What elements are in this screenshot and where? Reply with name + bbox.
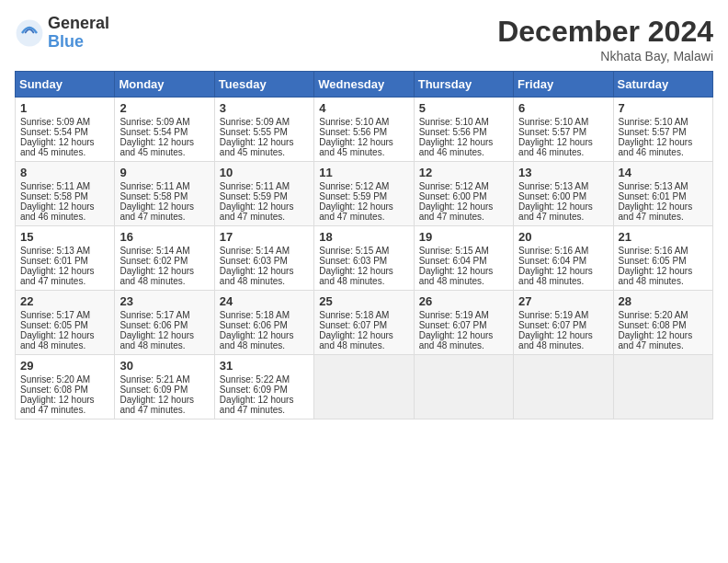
day-number: 25 (319, 294, 408, 308)
day-info-line: and 48 minutes. (518, 276, 608, 286)
day-info-line: and 47 minutes. (419, 212, 508, 222)
day-info-line: Sunrise: 5:21 AM (119, 374, 209, 385)
day-info-line: Daylight: 12 hours (119, 330, 209, 340)
day-number: 22 (20, 294, 109, 308)
day-info-line: Sunset: 6:00 PM (518, 191, 608, 201)
calendar-cell: 16Sunrise: 5:14 AMSunset: 6:02 PMDayligh… (115, 226, 214, 291)
day-info-line: Sunrise: 5:20 AM (20, 374, 109, 385)
day-number: 3 (220, 101, 309, 115)
day-info-line: Sunset: 6:03 PM (220, 256, 309, 266)
header-thursday: Thursday (414, 72, 513, 98)
day-info-line: and 48 minutes. (419, 276, 508, 286)
calendar-cell (514, 355, 613, 419)
day-number: 15 (20, 230, 109, 244)
calendar-cell: 28Sunrise: 5:20 AMSunset: 6:08 PMDayligh… (613, 291, 712, 355)
day-info-line: Sunrise: 5:18 AM (319, 310, 408, 320)
day-info-line: Sunrise: 5:15 AM (419, 246, 508, 256)
day-info-line: and 46 minutes. (619, 147, 708, 157)
calendar-cell: 7Sunrise: 5:10 AMSunset: 5:57 PMDaylight… (613, 98, 712, 162)
day-info-line: Sunset: 5:59 PM (319, 191, 408, 201)
header-sunday: Sunday (16, 72, 115, 98)
day-info-line: and 48 minutes. (518, 340, 608, 350)
day-info-line: Sunrise: 5:17 AM (20, 310, 109, 320)
day-info-line: Sunset: 5:57 PM (518, 127, 608, 137)
day-number: 21 (619, 230, 708, 244)
day-info-line: Sunrise: 5:22 AM (220, 374, 309, 385)
day-info-line: and 47 minutes. (518, 212, 608, 222)
day-info-line: Sunset: 6:09 PM (119, 385, 209, 395)
day-number: 30 (119, 359, 209, 373)
day-info-line: Daylight: 12 hours (518, 330, 608, 340)
day-info-line: and 45 minutes. (220, 147, 309, 157)
day-number: 14 (619, 166, 708, 179)
calendar-cell: 23Sunrise: 5:17 AMSunset: 6:06 PMDayligh… (115, 291, 214, 355)
day-info-line: Sunrise: 5:17 AM (119, 310, 209, 320)
day-number: 8 (20, 166, 109, 179)
day-info-line: Daylight: 12 hours (119, 201, 209, 212)
day-info-line: Sunrise: 5:19 AM (419, 310, 508, 320)
day-info-line: Sunset: 5:54 PM (119, 127, 209, 137)
page-header: General Blue December 2024 Nkhata Bay, M… (15, 15, 713, 63)
day-info-line: Daylight: 12 hours (319, 137, 408, 147)
day-number: 26 (419, 294, 508, 308)
day-info-line: and 48 minutes. (319, 340, 408, 350)
day-info-line: Daylight: 12 hours (220, 330, 309, 340)
header-tuesday: Tuesday (214, 72, 313, 98)
day-number: 19 (419, 230, 508, 244)
day-info-line: Daylight: 12 hours (319, 201, 408, 212)
calendar-cell: 6Sunrise: 5:10 AMSunset: 5:57 PMDaylight… (514, 98, 613, 162)
calendar-cell: 26Sunrise: 5:19 AMSunset: 6:07 PMDayligh… (414, 291, 513, 355)
calendar-cell: 9Sunrise: 5:11 AMSunset: 5:58 PMDaylight… (115, 162, 214, 226)
calendar-cell: 25Sunrise: 5:18 AMSunset: 6:07 PMDayligh… (314, 291, 414, 355)
logo-general: General (48, 15, 109, 33)
day-info-line: and 48 minutes. (319, 276, 408, 286)
day-info-line: Sunset: 6:02 PM (119, 256, 209, 266)
logo-blue: Blue (48, 33, 109, 52)
day-info-line: Sunrise: 5:18 AM (220, 310, 309, 320)
day-info-line: Sunset: 6:00 PM (419, 191, 508, 201)
day-info-line: and 48 minutes. (119, 340, 209, 350)
day-info-line: Sunset: 6:05 PM (619, 256, 708, 266)
calendar-week-4: 22Sunrise: 5:17 AMSunset: 6:05 PMDayligh… (16, 291, 713, 355)
day-info-line: Daylight: 12 hours (20, 137, 109, 147)
day-info-line: Sunset: 6:06 PM (119, 320, 209, 330)
day-info-line: Daylight: 12 hours (220, 201, 309, 212)
day-number: 13 (518, 166, 608, 179)
day-info-line: Sunset: 6:04 PM (518, 256, 608, 266)
day-info-line: Sunset: 5:57 PM (619, 127, 708, 137)
day-info-line: and 48 minutes. (419, 340, 508, 350)
day-info-line: and 45 minutes. (20, 147, 109, 157)
day-info-line: and 47 minutes. (220, 405, 309, 415)
day-info-line: Sunrise: 5:09 AM (119, 117, 209, 127)
calendar-week-5: 29Sunrise: 5:20 AMSunset: 6:08 PMDayligh… (16, 355, 713, 419)
day-number: 31 (220, 359, 309, 373)
calendar-cell: 17Sunrise: 5:14 AMSunset: 6:03 PMDayligh… (214, 226, 313, 291)
day-info-line: and 48 minutes. (220, 340, 309, 350)
day-info-line: Sunset: 5:58 PM (119, 191, 209, 201)
calendar-cell (613, 355, 712, 419)
header-wednesday: Wednesday (314, 72, 414, 98)
day-info-line: Sunrise: 5:11 AM (119, 181, 209, 191)
day-number: 20 (518, 230, 608, 244)
header-monday: Monday (115, 72, 214, 98)
day-info-line: Sunrise: 5:16 AM (518, 246, 608, 256)
calendar-header-row: SundayMondayTuesdayWednesdayThursdayFrid… (16, 72, 713, 98)
day-info-line: Sunset: 5:56 PM (419, 127, 508, 137)
calendar-cell: 10Sunrise: 5:11 AMSunset: 5:59 PMDayligh… (214, 162, 313, 226)
day-number: 23 (119, 294, 209, 308)
day-info-line: Sunrise: 5:14 AM (220, 246, 309, 256)
day-info-line: Daylight: 12 hours (518, 201, 608, 212)
calendar-cell: 12Sunrise: 5:12 AMSunset: 6:00 PMDayligh… (414, 162, 513, 226)
day-info-line: Sunrise: 5:12 AM (419, 181, 508, 191)
day-info-line: Daylight: 12 hours (619, 330, 708, 340)
calendar-cell: 30Sunrise: 5:21 AMSunset: 6:09 PMDayligh… (115, 355, 214, 419)
day-number: 9 (119, 166, 209, 179)
day-info-line: Sunrise: 5:13 AM (20, 246, 109, 256)
day-info-line: Sunrise: 5:09 AM (220, 117, 309, 127)
day-number: 28 (619, 294, 708, 308)
day-info-line: Sunset: 6:09 PM (220, 385, 309, 395)
day-info-line: and 46 minutes. (419, 147, 508, 157)
day-info-line: Daylight: 12 hours (20, 266, 109, 276)
calendar-cell: 1Sunrise: 5:09 AMSunset: 5:54 PMDaylight… (16, 98, 115, 162)
day-info-line: and 45 minutes. (119, 147, 209, 157)
